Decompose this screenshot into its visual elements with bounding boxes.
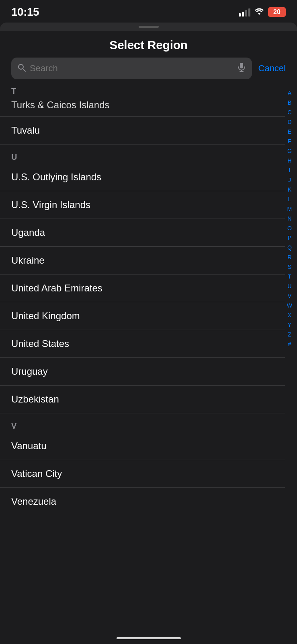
search-container: Cancel xyxy=(0,58,297,79)
alpha-L[interactable]: L xyxy=(286,195,293,204)
region-list: T Turks & Caicos Islands Tuvalu U U.S. O… xyxy=(0,83,297,515)
status-bar: 10:15 20 xyxy=(0,0,297,23)
alpha-U[interactable]: U xyxy=(286,282,293,291)
alpha-C[interactable]: C xyxy=(286,108,293,117)
battery-icon: 20 xyxy=(268,7,286,17)
list-item[interactable]: Vanuatu xyxy=(0,432,285,460)
alpha-R[interactable]: R xyxy=(286,253,293,262)
search-bar[interactable] xyxy=(11,58,252,79)
alpha-Z[interactable]: Z xyxy=(286,330,293,339)
alpha-S[interactable]: S xyxy=(286,262,293,272)
list-item[interactable]: United Kingdom xyxy=(0,302,285,330)
page-header: Select Region xyxy=(0,31,297,58)
alpha-hash[interactable]: # xyxy=(286,340,293,349)
alpha-G[interactable]: G xyxy=(286,147,293,156)
list-item[interactable]: Vatican City xyxy=(0,460,285,488)
list-item[interactable]: Ukraine xyxy=(0,247,285,275)
cancel-button[interactable]: Cancel xyxy=(258,63,286,74)
alpha-D[interactable]: D xyxy=(286,118,293,127)
alpha-N[interactable]: N xyxy=(286,214,293,223)
alpha-X[interactable]: X xyxy=(286,311,293,320)
alpha-K[interactable]: K xyxy=(286,185,293,194)
alpha-W[interactable]: W xyxy=(285,301,294,310)
alpha-O[interactable]: O xyxy=(286,224,293,233)
signal-icon xyxy=(239,8,250,17)
alpha-V[interactable]: V xyxy=(286,291,293,301)
alpha-J[interactable]: J xyxy=(287,175,293,185)
search-icon xyxy=(18,64,26,74)
search-input[interactable] xyxy=(30,63,234,74)
alpha-E[interactable]: E xyxy=(286,127,293,136)
section-header-t: T xyxy=(0,83,285,97)
alpha-A[interactable]: A xyxy=(286,89,293,98)
list-item[interactable]: Uzbekistan xyxy=(0,386,285,413)
alpha-I[interactable]: I xyxy=(287,166,292,175)
sheet-handle xyxy=(139,26,159,28)
status-time: 10:15 xyxy=(11,6,39,19)
alpha-T[interactable]: T xyxy=(286,272,293,281)
status-icons: 20 xyxy=(239,7,286,17)
alpha-M[interactable]: M xyxy=(286,204,294,214)
section-header-v: V xyxy=(0,418,285,432)
alphabet-index: A B C D E F G H I J K L M N O P Q R S T … xyxy=(285,89,294,349)
alpha-B[interactable]: B xyxy=(286,98,293,107)
alpha-P[interactable]: P xyxy=(286,233,293,243)
page-title: Select Region xyxy=(109,38,187,52)
sheet-handle-area xyxy=(0,23,297,31)
list-item[interactable]: Uganda xyxy=(0,219,285,247)
alpha-Y[interactable]: Y xyxy=(286,320,293,330)
wifi-icon xyxy=(254,8,264,17)
svg-line-1 xyxy=(23,69,25,71)
main-container: Select Region Cancel xyxy=(0,31,297,644)
list-item[interactable]: U.S. Outlying Islands xyxy=(0,163,285,191)
list-item[interactable]: Tuvalu xyxy=(0,117,285,144)
list-item[interactable]: U.S. Virgin Islands xyxy=(0,191,285,219)
alpha-H[interactable]: H xyxy=(286,156,293,165)
microphone-icon[interactable] xyxy=(238,62,246,74)
list-item[interactable]: Uruguay xyxy=(0,358,285,386)
list-item[interactable]: United States xyxy=(0,330,285,358)
alpha-F[interactable]: F xyxy=(286,137,293,146)
svg-point-0 xyxy=(18,64,23,69)
battery-level: 20 xyxy=(273,8,281,16)
alpha-Q[interactable]: Q xyxy=(286,243,293,252)
list-item-united-arab-emirates[interactable]: United Arab Emirates xyxy=(0,275,285,302)
list-item[interactable]: Venezuela xyxy=(0,488,285,515)
list-item[interactable]: Turks & Caicos Islands xyxy=(0,97,285,117)
svg-rect-2 xyxy=(240,63,243,68)
section-header-u: U xyxy=(0,149,285,163)
home-indicator xyxy=(117,637,181,639)
